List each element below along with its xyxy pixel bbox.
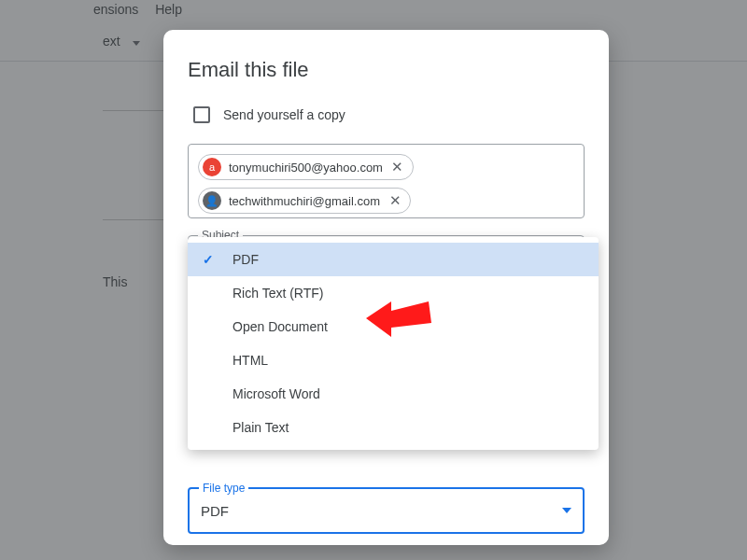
filetype-label: File type <box>199 482 248 495</box>
chevron-down-icon <box>562 508 571 513</box>
remove-recipient-icon[interactable]: ✕ <box>390 160 405 175</box>
recipients-field[interactable]: a tonymuchiri500@yahoo.com ✕ 👤 techwithm… <box>188 144 585 218</box>
send-yourself-row[interactable]: Send yourself a copy <box>193 106 585 123</box>
filetype-select[interactable]: File type PDF <box>188 487 585 534</box>
dialog-title: Email this file <box>188 58 585 82</box>
recipient-email: techwithmuchiri@gmail.com <box>229 194 380 208</box>
send-yourself-label: Send yourself a copy <box>223 107 345 122</box>
recipient-chip[interactable]: a tonymuchiri500@yahoo.com ✕ <box>198 154 414 180</box>
remove-recipient-icon[interactable]: ✕ <box>388 193 402 208</box>
avatar-icon: a <box>203 158 221 176</box>
recipient-chip[interactable]: 👤 techwithmuchiri@gmail.com ✕ <box>198 188 411 214</box>
filetype-option-rtf[interactable]: Rich Text (RTF) <box>188 276 599 310</box>
recipient-email: tonymuchiri500@yahoo.com <box>229 161 383 175</box>
filetype-option-pdf[interactable]: ✓ PDF <box>188 243 599 276</box>
filetype-option-html[interactable]: HTML <box>188 343 599 377</box>
avatar-icon: 👤 <box>203 191 221 210</box>
filetype-dropdown: ✓ PDF Rich Text (RTF) Open Document HTML… <box>188 237 599 450</box>
filetype-option-microsoft-word[interactable]: Microsoft Word <box>188 377 599 411</box>
filetype-value: PDF <box>201 503 229 519</box>
filetype-option-open-document[interactable]: Open Document <box>188 310 599 343</box>
check-icon: ✓ <box>203 252 214 267</box>
send-yourself-checkbox[interactable] <box>193 106 210 123</box>
filetype-option-plain-text[interactable]: Plain Text <box>188 411 599 444</box>
